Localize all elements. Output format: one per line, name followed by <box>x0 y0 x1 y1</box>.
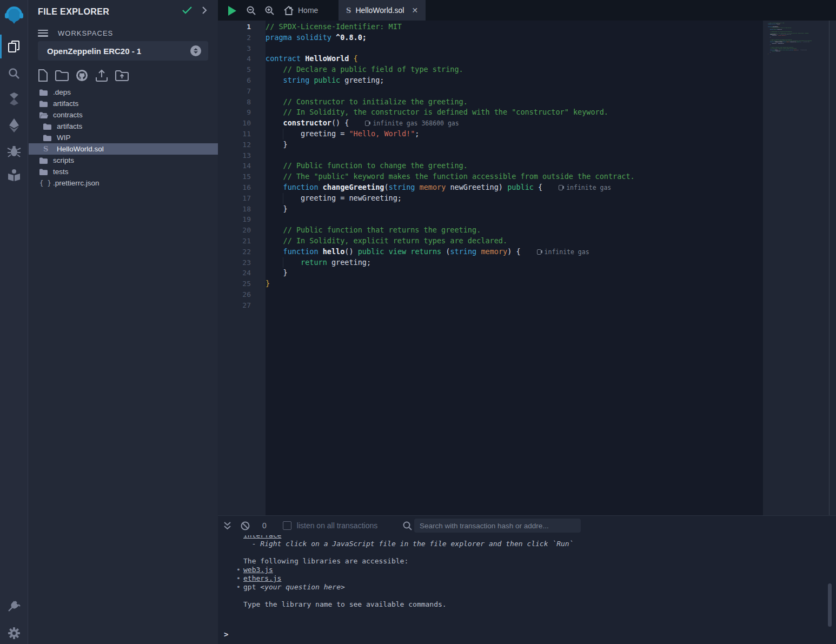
file-tree: .depsartifactscontractsartifactsWIPSHell… <box>29 87 218 189</box>
code-line-13 <box>266 150 763 161</box>
collapse-terminal-icon[interactable] <box>223 521 231 530</box>
file-explorer-icon[interactable] <box>0 35 28 58</box>
code-line-18: } <box>266 204 763 215</box>
listen-transactions-checkbox[interactable] <box>283 521 291 530</box>
tree-item-tests[interactable]: tests <box>29 166 218 177</box>
tree-item-helloworld-sol[interactable]: SHelloWorld.sol <box>29 143 218 155</box>
line-number: 7 <box>218 86 266 97</box>
tree-item-artifacts[interactable]: artifacts <box>29 121 218 132</box>
code-line-3 <box>266 43 763 54</box>
new-folder-icon[interactable] <box>55 70 69 83</box>
line-number: 13 <box>218 150 266 161</box>
solidity-icon: S <box>346 6 351 15</box>
line-number: 9 <box>218 107 266 118</box>
solidity-compiler-icon[interactable] <box>0 89 28 109</box>
code-line-17: greeting = newGreeting; <box>266 193 763 204</box>
zoom-out-icon[interactable] <box>247 6 256 17</box>
workspace-switch-icon[interactable] <box>190 45 201 56</box>
home-icon <box>284 6 294 15</box>
file-explorer-panel: FILE EXPLORER WORKSPACES OpenZeppelin ER… <box>29 0 218 644</box>
line-number: 5 <box>218 64 266 75</box>
tree-item-scripts[interactable]: scripts <box>29 155 218 166</box>
line-number: 23 <box>218 257 266 268</box>
learn-book-icon[interactable] <box>0 165 28 185</box>
zoom-in-icon[interactable] <box>265 6 274 17</box>
tree-item-artifacts[interactable]: artifacts <box>29 98 218 109</box>
tree-item-label: .prettierrc.json <box>53 179 99 187</box>
line-number: 20 <box>218 225 266 236</box>
gas-pump-icon <box>365 121 369 126</box>
gas-estimate: infinite gas 368600 gas <box>365 119 459 127</box>
gas-estimate: infinite gas <box>559 184 611 191</box>
terminal-line: interface <box>243 535 824 540</box>
tree-item-contracts[interactable]: contracts <box>29 109 218 121</box>
chevron-right-icon[interactable] <box>202 6 207 16</box>
workspaces-row: WORKSPACES <box>38 27 113 39</box>
terminal-scrollbar-thumb[interactable] <box>828 583 832 627</box>
tree-item--deps[interactable]: .deps <box>29 87 218 98</box>
workspace-selected-value: OpenZeppelin ERC20 - 1 <box>47 47 141 56</box>
terminal-blank-line <box>243 592 824 600</box>
gas-estimate: infinite gas <box>537 248 589 256</box>
code-line-7 <box>266 86 763 97</box>
folder-icon <box>39 169 48 175</box>
code-line-19 <box>266 214 763 225</box>
clear-console-icon[interactable] <box>241 521 250 530</box>
code-line-1: // SPDX-License-Identifier: MIT <box>266 22 763 32</box>
terminal-line: •web3.js <box>243 566 824 574</box>
upload-file-icon[interactable] <box>95 69 108 84</box>
line-number: 21 <box>218 236 266 247</box>
tree-item-wip[interactable]: WIP <box>29 132 218 143</box>
terminal-link[interactable]: ethers.js <box>243 574 281 582</box>
check-icon[interactable] <box>182 6 192 16</box>
line-number: 14 <box>218 161 266 171</box>
terminal-line: - Right click on a JavaScript file in th… <box>243 540 824 548</box>
code-line-11: greeting = "Hello, World!"; <box>266 129 763 140</box>
tab-helloworld[interactable]: S HelloWorld.sol ✕ <box>339 0 426 21</box>
tree-item--prettierrc-json[interactable]: { }.prettierrc.json <box>29 177 218 189</box>
search-icon[interactable] <box>0 64 28 83</box>
code-line-4: contract HelloWorld { <box>266 54 763 64</box>
code-line-24: } <box>266 268 763 278</box>
debugger-icon[interactable] <box>0 142 28 161</box>
new-file-icon[interactable] <box>38 69 48 84</box>
code-editor[interactable]: 1234567891011121314151617181920212223242… <box>218 21 836 515</box>
terminal-link[interactable]: web3.js <box>243 566 273 574</box>
code-line-15: // The "public" keyword makes the functi… <box>266 171 763 182</box>
line-number-gutter: 1234567891011121314151617181920212223242… <box>218 21 266 515</box>
workspaces-menu-icon[interactable] <box>38 30 48 37</box>
terminal-search-icon <box>403 521 412 530</box>
code-line-9: // In Solidity, the constructor is defin… <box>266 107 763 118</box>
line-number: 4 <box>218 54 266 64</box>
bullet: • <box>236 566 243 574</box>
listen-transactions-label: listen on all transactions <box>297 521 377 530</box>
plugin-manager-icon[interactable] <box>0 597 28 615</box>
code-area[interactable]: // SPDX-License-Identifier: MITpragma so… <box>266 21 763 515</box>
file-explorer-toolbar <box>38 69 129 84</box>
deploy-run-icon[interactable] <box>0 115 28 136</box>
workspace-select[interactable]: OpenZeppelin ERC20 - 1 <box>38 41 208 61</box>
terminal-panel: 0 listen on all transactions interface -… <box>218 515 836 644</box>
line-number: 11 <box>218 129 266 140</box>
gas-pump-icon <box>559 185 563 190</box>
minimap[interactable]: // SPDX-License-Identifier: MITpragma so… <box>768 22 827 87</box>
terminal-output: interface - Right click on a JavaScript … <box>218 535 824 627</box>
upload-folder-icon[interactable] <box>115 70 129 83</box>
terminal-search-input[interactable] <box>414 519 581 533</box>
tab-home-label: Home <box>298 6 318 15</box>
editor-column: Home S HelloWorld.sol ✕ 1234567891011121… <box>218 0 836 644</box>
minimap-region[interactable]: // SPDX-License-Identifier: MITpragma so… <box>763 21 836 515</box>
settings-gear-icon[interactable] <box>0 624 28 642</box>
remix-logo-icon[interactable] <box>0 3 28 28</box>
code-line-14: // Public function to change the greetin… <box>266 161 763 171</box>
terminal-line: The following libraries are accessible: <box>243 557 824 566</box>
line-number: 25 <box>218 278 266 289</box>
run-script-button[interactable] <box>228 6 236 16</box>
code-line-25: } <box>266 278 763 289</box>
close-tab-icon[interactable]: ✕ <box>412 6 418 15</box>
terminal-prompt[interactable]: > <box>224 630 228 639</box>
line-number: 15 <box>218 171 266 182</box>
github-icon[interactable] <box>76 69 88 84</box>
tab-home[interactable]: Home <box>276 0 326 21</box>
terminal-link[interactable]: interface <box>243 535 281 539</box>
